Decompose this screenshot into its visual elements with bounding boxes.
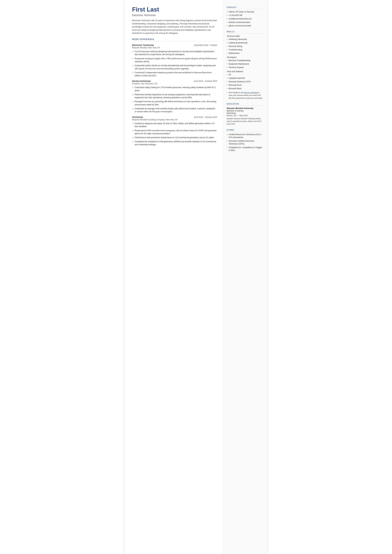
bullet-2-4: Conducted an average of 80 monthly troub… [132, 107, 217, 113]
skill-1-5: Maintenance [227, 52, 263, 55]
candidate-summary: Electronic Technician with 10 years of e… [132, 19, 217, 35]
other-item-3: Completed 10+ competitions on Kaggle in … [227, 146, 263, 152]
left-column: First Last Electronic Technician Electro… [125, 0, 223, 554]
education-title: EDUCATION [227, 103, 263, 106]
job-bullets-2: Conducted safety training for 176 Growth… [132, 86, 217, 113]
skill-1-2: Cabling (Experienced) [227, 41, 263, 44]
skill-1-3: Electrical Wiring [227, 45, 263, 48]
contact-location: Helena, MT (Open to Remote) [227, 10, 263, 13]
contact-github: github.com/resumeworded [227, 24, 263, 27]
resume-worded-link[interactable]: Resume Worded [244, 92, 258, 93]
job-title-1: Electronic Technician [132, 44, 154, 46]
job-entry-3: Technician June 2010 – January 2013 Resu… [132, 116, 217, 146]
job-title-2: Service technician [132, 80, 151, 82]
right-column: CONTACT Helena, MT (Open to Remote) +1-2… [223, 0, 267, 554]
job-company-3: Resume Worded's Exciting Company, New Yo… [132, 119, 217, 121]
bullet-2-1: Conducted safety training for 176 Growth… [132, 86, 217, 92]
skill-3-5: Microsoft Word [227, 87, 263, 90]
contact-linkedin: linkedin.com/in/username [227, 21, 263, 24]
bullet-3-1: Assisted to diagnose and repair 10 units… [132, 122, 217, 128]
skills-cat-title-1: Technical Skills: [227, 35, 263, 37]
education-section: EDUCATION Resume Worded University Bache… [227, 103, 263, 126]
note-prefix: Don't forget to use [229, 92, 244, 93]
edu-field: Electronics [227, 112, 263, 114]
job-header-1: Electronic Technician November 2015 – Pr… [132, 44, 217, 46]
other-title: OTHER [227, 129, 263, 132]
job-title-3: Technician [132, 116, 143, 118]
contact-section: CONTACT Helena, MT (Open to Remote) +1-2… [227, 6, 263, 27]
skill-1-4: Troubleshooting [227, 48, 263, 51]
skill-3-4: Microsoft Excel [227, 84, 263, 86]
job-entry-2: Service technician June 2013 – October 2… [132, 80, 217, 113]
work-experience-section: WORK EXPERIENCE Electronic Technician No… [132, 38, 217, 146]
skill-1-1: Soldering (Advanced) [227, 38, 263, 41]
job-bullets-1: Cut 18 hours per install by designing im… [132, 50, 217, 77]
header-section: First Last Electronic Technician Electro… [132, 6, 217, 35]
bullet-1-4: Conducted 5 independent telephony projec… [132, 71, 217, 77]
job-dates-3: June 2010 – January 2013 [194, 116, 217, 118]
edu-school: Resume Worded University [227, 107, 263, 109]
other-item-1: Certified Electronics Technician (CET)—E… [227, 133, 263, 139]
edu-location: Boston, MA — May 2010 [227, 114, 263, 117]
other-section: OTHER Certified Electronics Technician (… [227, 129, 263, 152]
candidate-job-title: Electronic Technician [132, 14, 217, 17]
job-entry-1: Electronic Technician November 2015 – Pr… [132, 44, 217, 77]
resume-worded-note: Don't forget to use Resume Worded to sca… [227, 91, 263, 99]
candidate-name: First Last [132, 6, 217, 13]
skill-2-2: Equipment Maintenance [227, 63, 263, 65]
bullet-1-1: Cut 18 hours per install by designing im… [132, 50, 217, 56]
edu-degree: Bachelor of Science [227, 110, 263, 112]
bullet-3-2: Responded to 200 round-the-clock emergen… [132, 129, 217, 135]
skill-2-1: Electrical Troubleshooting [227, 59, 263, 62]
job-dates-2: June 2013 – October 2015 [194, 80, 217, 82]
job-company-2: Growthsi, San Francisco, CA [132, 83, 217, 85]
skills-cat-title-2: Techniques: [227, 56, 263, 58]
contact-list: Helena, MT (Open to Remote) +1-234-456-7… [227, 10, 263, 27]
contact-phone: +1-234-456-789 [227, 14, 263, 17]
job-company-1: Resume Worded, New York, NY [132, 47, 217, 49]
skills-section: SKILLS Technical Skills: Soldering (Adva… [227, 31, 263, 99]
skills-cat-title-3: Tools and Software: [227, 71, 263, 73]
bullet-2-3: Managed inventory by partnering with fel… [132, 100, 217, 106]
bullet-1-3: Conducted routine checks on circuitry (b… [132, 64, 217, 70]
resume-page: First Last Electronic Technician Electro… [125, 0, 267, 554]
other-list: Certified Electronics Technician (CET)—E… [227, 133, 263, 152]
bullet-3-4: Completed the installation of 400 genera… [132, 140, 217, 146]
job-header-2: Service technician June 2013 – October 2… [132, 80, 217, 82]
skill-3-2: Autodesk AutoCAD [227, 77, 263, 79]
contact-email: email@resumeworded.com [227, 17, 263, 20]
skill-2-3: Technical Support [227, 66, 263, 69]
skill-3-1: 5S [227, 73, 263, 76]
bullet-1-2: Surpassed company's targets with a 79% p… [132, 57, 217, 63]
skills-list-2: Electrical Troubleshooting Equipment Mai… [227, 59, 263, 69]
work-experience-title: WORK EXPERIENCE [132, 38, 217, 41]
contact-title: CONTACT [227, 6, 263, 9]
job-dates-1: November 2015 – Present [194, 44, 217, 46]
job-bullets-3: Assisted to diagnose and repair 10 units… [132, 122, 217, 146]
skills-title: SKILLS [227, 31, 263, 34]
skill-3-3: Dassault Systemes CATIA [227, 80, 263, 83]
skills-list-3: 5S Autodesk AutoCAD Dassault Systemes CA… [227, 73, 263, 90]
edu-awards: Awards: Resume Worded Teaching Fellow (o… [227, 117, 263, 126]
other-item-2: Associate Certified Electronics Technici… [227, 140, 263, 145]
bullet-3-3: Performed on-site preventive maintenance… [132, 136, 217, 139]
bullet-2-2: Performed monthly inspections on all com… [132, 93, 217, 99]
skills-list-1: Soldering (Advanced) Cabling (Experience… [227, 38, 263, 55]
job-header-3: Technician June 2010 – January 2013 [132, 116, 217, 118]
